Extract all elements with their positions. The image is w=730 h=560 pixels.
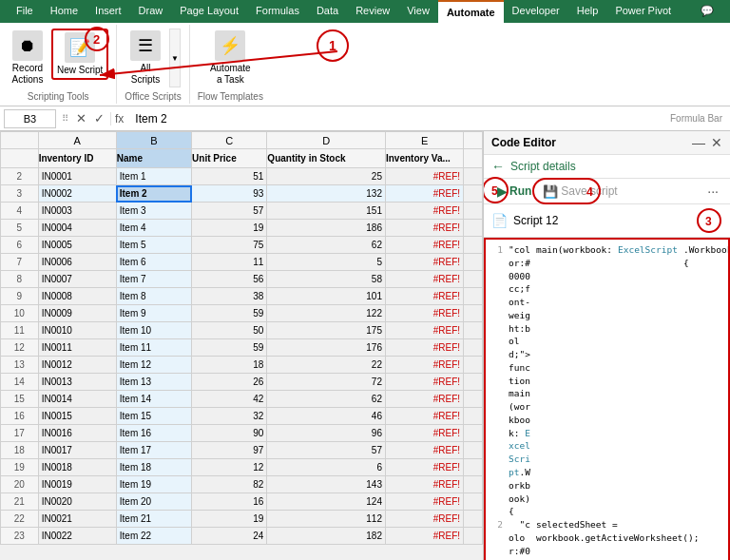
cell-a[interactable]: IN0002 (38, 185, 116, 203)
cell-d[interactable]: 62 (267, 237, 386, 254)
cell-d[interactable]: 176 (267, 339, 386, 357)
cell-a[interactable]: IN0008 (38, 288, 116, 305)
cell-b[interactable]: Item 7 (116, 271, 191, 288)
cell-d[interactable]: 96 (267, 425, 386, 442)
cell-b[interactable]: Item 10 (116, 322, 191, 339)
cell-c[interactable]: 59 (192, 339, 267, 357)
cell-a[interactable]: IN0001 (38, 168, 116, 185)
col-b-header[interactable]: B (116, 132, 191, 149)
cell-e[interactable]: #REF! (385, 185, 463, 203)
cell-b[interactable]: Item 18 (116, 459, 191, 476)
cell-c[interactable]: 51 (192, 168, 267, 185)
cell-e[interactable]: #REF! (385, 511, 463, 528)
formula-input[interactable] (131, 109, 666, 128)
cell-e[interactable]: #REF! (385, 203, 463, 220)
cell-b[interactable]: Item 20 (116, 493, 191, 511)
cell-c[interactable]: 19 (192, 511, 267, 528)
tab-view[interactable]: View (398, 0, 438, 23)
cell-e[interactable]: #REF! (385, 254, 463, 271)
tab-review[interactable]: Review (347, 0, 398, 23)
cell-a[interactable]: IN0014 (38, 391, 116, 408)
code-area[interactable]: 1 "color:#0000cc;font-weight:bold;">func… (484, 238, 730, 560)
cell-d[interactable]: 143 (267, 476, 386, 493)
cell-d[interactable]: 132 (267, 185, 386, 203)
cell-e[interactable]: #REF! (385, 459, 463, 476)
cell-e[interactable]: #REF! (385, 442, 463, 459)
cell-d[interactable]: 186 (267, 220, 386, 237)
cell-d[interactable]: 175 (267, 322, 386, 339)
run-button[interactable]: ▶ Run (491, 183, 537, 201)
cell-c[interactable]: 93 (192, 185, 267, 203)
cell-d[interactable]: 5 (267, 254, 386, 271)
cell-b[interactable]: Item 1 (116, 168, 191, 185)
all-scripts-button[interactable]: ☰ AllScripts (125, 29, 165, 87)
cell-b[interactable]: Item 19 (116, 476, 191, 493)
script-details-back[interactable]: ← Script details (484, 155, 730, 179)
cell-c[interactable]: 42 (192, 391, 267, 408)
cell-a[interactable]: IN0012 (38, 357, 116, 374)
cell-d[interactable]: 25 (267, 168, 386, 185)
cell-a[interactable]: IN0010 (38, 322, 116, 339)
automate-task-button[interactable]: ⚡ Automatea Task (205, 29, 255, 87)
cell-b[interactable]: Item 3 (116, 203, 191, 220)
cell-a[interactable]: IN0016 (38, 425, 116, 442)
cell-c[interactable]: 18 (192, 357, 267, 374)
cell-c[interactable]: 97 (192, 442, 267, 459)
cell-a[interactable]: IN0005 (38, 237, 116, 254)
cell-d[interactable]: 72 (267, 374, 386, 391)
cell-b[interactable]: Item 14 (116, 391, 191, 408)
col-d-header[interactable]: D (267, 132, 386, 149)
cell-e[interactable]: #REF! (385, 339, 463, 357)
cell-b[interactable]: Item 4 (116, 220, 191, 237)
cell-c[interactable]: 16 (192, 493, 267, 511)
tab-data[interactable]: Data (308, 0, 347, 23)
cell-d[interactable]: 122 (267, 305, 386, 322)
cell-e[interactable]: #REF! (385, 425, 463, 442)
cell-d[interactable]: 58 (267, 271, 386, 288)
cell-b[interactable]: Item 2 (116, 185, 191, 203)
cell-b[interactable]: Item 12 (116, 357, 191, 374)
cell-e[interactable]: #REF! (385, 476, 463, 493)
cell-b[interactable]: Item 9 (116, 305, 191, 322)
cell-a[interactable]: IN0022 (38, 528, 116, 545)
cell-e[interactable]: #REF! (385, 220, 463, 237)
cell-c[interactable]: 11 (192, 254, 267, 271)
cell-b[interactable]: Item 11 (116, 339, 191, 357)
tab-page-layout[interactable]: Page Layout (171, 0, 247, 23)
cell-d[interactable]: 46 (267, 408, 386, 425)
cell-c[interactable]: 26 (192, 374, 267, 391)
cell-a[interactable]: IN0019 (38, 476, 116, 493)
save-script-button[interactable]: 4 💾 Save script (537, 183, 623, 201)
cell-d[interactable]: 57 (267, 442, 386, 459)
insert-function-icon[interactable]: fx (110, 112, 127, 126)
new-script-button[interactable]: 📝 New Script (51, 29, 108, 80)
cell-b[interactable]: Item 16 (116, 425, 191, 442)
cell-d[interactable]: 62 (267, 391, 386, 408)
cell-c[interactable]: 24 (192, 528, 267, 545)
cell-a[interactable]: IN0021 (38, 511, 116, 528)
cell-b[interactable]: Item 22 (116, 528, 191, 545)
tab-help[interactable]: Help (568, 0, 607, 23)
cell-d[interactable]: 124 (267, 493, 386, 511)
col-a-header[interactable]: A (38, 132, 116, 149)
tab-developer[interactable]: Developer (504, 0, 568, 23)
minimize-icon[interactable]: — (692, 135, 705, 150)
cell-c[interactable]: 19 (192, 220, 267, 237)
cell-a[interactable]: IN0007 (38, 271, 116, 288)
cell-a[interactable]: IN0018 (38, 459, 116, 476)
cell-d[interactable]: 22 (267, 357, 386, 374)
cell-d[interactable]: 182 (267, 528, 386, 545)
cell-c[interactable]: 32 (192, 408, 267, 425)
tab-home[interactable]: Home (42, 0, 86, 23)
tab-file[interactable]: File (8, 0, 42, 23)
tab-draw[interactable]: Draw (130, 0, 172, 23)
cell-e[interactable]: #REF! (385, 528, 463, 545)
cell-c[interactable]: 38 (192, 288, 267, 305)
cell-e[interactable]: #REF! (385, 374, 463, 391)
cell-c[interactable]: 12 (192, 459, 267, 476)
cell-a[interactable]: IN0015 (38, 408, 116, 425)
cell-c[interactable]: 50 (192, 322, 267, 339)
cell-e[interactable]: #REF! (385, 322, 463, 339)
cell-e[interactable]: #REF! (385, 237, 463, 254)
cell-d[interactable]: 101 (267, 288, 386, 305)
